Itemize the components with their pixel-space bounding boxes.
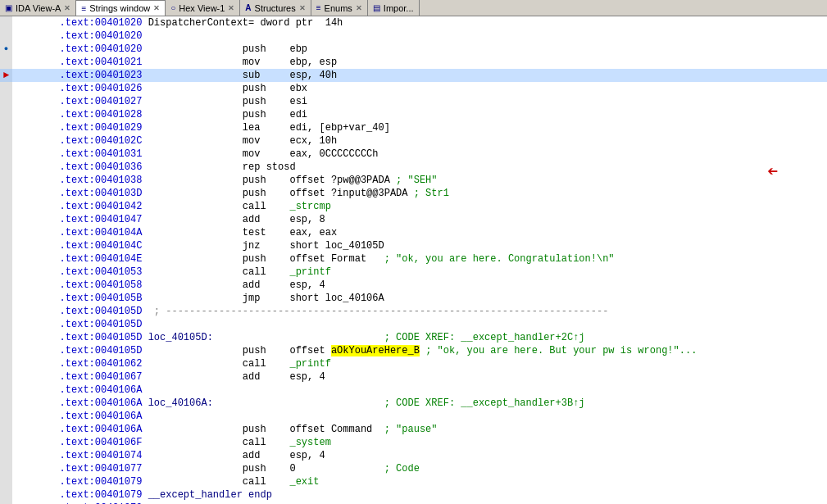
margin: [0, 134, 12, 148]
structures-label: Structures: [255, 3, 296, 13]
margin: [0, 279, 12, 292]
margin: [0, 305, 12, 318]
tab-structures[interactable]: A Structures ✕: [240, 0, 311, 16]
margin: [0, 397, 12, 410]
tab-enums[interactable]: ≡ Enums ✕: [311, 0, 368, 16]
margin: [0, 462, 12, 475]
tab-strings[interactable]: ≡ Strings window ✕: [76, 0, 166, 16]
ida-view-label: IDA View-A: [16, 3, 61, 13]
tab-hex-view[interactable]: ○ Hex View-1 ✕: [166, 0, 240, 16]
strings-icon: ≡: [81, 4, 86, 13]
margin: [0, 423, 12, 436]
code-content: .text:00401020 DispatcherContext= dword …: [0, 16, 827, 504]
margin: [0, 475, 12, 488]
margin: [0, 449, 12, 462]
margin: [0, 318, 12, 331]
strings-close[interactable]: ✕: [153, 4, 160, 12]
margin: [0, 95, 12, 108]
margin: [0, 344, 12, 357]
hex-view-close[interactable]: ✕: [228, 4, 234, 12]
margin: [0, 16, 12, 30]
ida-view-close[interactable]: ✕: [64, 4, 70, 12]
margin: [0, 148, 12, 161]
hex-view-icon: ○: [170, 3, 175, 12]
margin: [0, 161, 12, 174]
margin: [0, 121, 12, 134]
ida-view-icon: ▣: [5, 3, 12, 12]
code-area: .text:00401020 DispatcherContext= dword …: [0, 16, 827, 504]
bullet-dot: ●: [4, 45, 8, 53]
margin: [0, 384, 12, 397]
code-line: .text:00401079: [12, 491, 827, 504]
structures-icon: A: [245, 3, 251, 12]
margin: ►: [0, 69, 12, 82]
tab-ida-view[interactable]: ▣ IDA View-A ✕: [0, 0, 76, 16]
margin: [0, 226, 12, 239]
margin: [0, 357, 12, 370]
enums-icon: ≡: [316, 3, 321, 12]
margin: [0, 436, 12, 449]
margin: [0, 239, 12, 252]
imports-icon: ▤: [373, 3, 380, 12]
margin: [0, 30, 12, 43]
margin: [0, 331, 12, 344]
strings-label: Strings window: [89, 3, 150, 13]
margin: [0, 82, 12, 95]
hex-view-label: Hex View-1: [179, 3, 225, 13]
enums-close[interactable]: ✕: [356, 4, 362, 12]
margin: [0, 174, 12, 187]
margin: [0, 292, 12, 305]
margin: [0, 410, 12, 423]
enums-label: Enums: [325, 3, 352, 13]
tab-imports[interactable]: ▤ Impor...: [368, 0, 420, 16]
imports-label: Impor...: [384, 3, 414, 13]
margin: [0, 56, 12, 69]
margin: [0, 213, 12, 226]
margin: [0, 488, 12, 502]
structures-close[interactable]: ✕: [299, 4, 306, 12]
margin: [0, 108, 12, 121]
margin: [0, 187, 12, 200]
margin: [0, 266, 12, 279]
margin: [0, 200, 12, 213]
tab-bar: ▣ IDA View-A ✕ ≡ Strings window ✕ ○ Hex …: [0, 0, 827, 16]
margin: [0, 370, 12, 384]
arrow-indicator: ►: [3, 70, 9, 81]
margin: ●: [0, 43, 12, 56]
margin: [0, 252, 12, 266]
